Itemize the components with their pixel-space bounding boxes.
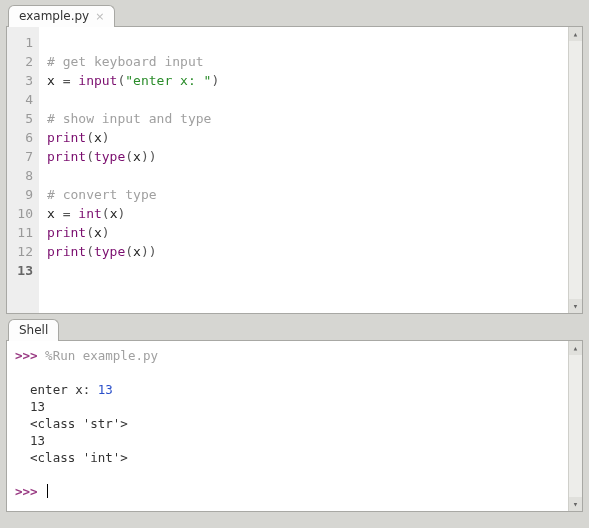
shell-prompt-line[interactable]: >>>	[15, 483, 574, 500]
code-line[interactable]: x = input("enter x: ")	[47, 71, 574, 90]
code-line[interactable]	[47, 261, 574, 280]
line-number: 7	[15, 147, 33, 166]
line-number-gutter: 12345678910111213	[7, 27, 39, 313]
shell-area[interactable]: >>> %Run example.py enter x: 13 13 <clas…	[7, 341, 582, 511]
line-number: 12	[15, 242, 33, 261]
run-command: %Run example.py	[45, 348, 158, 363]
prompt: >>>	[15, 484, 38, 499]
shell-line: >>> %Run example.py	[15, 347, 574, 364]
code-line[interactable]: print(type(x))	[47, 147, 574, 166]
editor-body[interactable]: 12345678910111213 # get keyboard inputx …	[7, 27, 582, 313]
editor-tabs: example.py ×	[8, 4, 583, 26]
code-line[interactable]: x = int(x)	[47, 204, 574, 223]
shell-blank	[15, 466, 574, 483]
shell-output-line: <class 'str'>	[15, 415, 574, 432]
line-number: 13	[15, 261, 33, 280]
line-number: 1	[15, 33, 33, 52]
editor-tab-label: example.py	[19, 9, 89, 23]
line-number: 10	[15, 204, 33, 223]
shell-scrollbar[interactable]: ▴ ▾	[568, 341, 582, 511]
line-number: 11	[15, 223, 33, 242]
line-number: 4	[15, 90, 33, 109]
shell-output-line: enter x: 13	[15, 381, 574, 398]
line-number: 2	[15, 52, 33, 71]
shell-pane: >>> %Run example.py enter x: 13 13 <clas…	[6, 340, 583, 512]
code-line[interactable]	[47, 90, 574, 109]
shell-output-line: 13	[15, 398, 574, 415]
code-line[interactable]: # convert type	[47, 185, 574, 204]
prompt: >>>	[15, 348, 38, 363]
shell-tabs: Shell	[8, 318, 583, 340]
shell-output-line: <class 'int'>	[15, 449, 574, 466]
scroll-up-icon[interactable]: ▴	[569, 27, 582, 41]
editor-panel: example.py × 12345678910111213 # get key…	[6, 4, 583, 314]
cursor	[47, 484, 48, 498]
editor-pane: 12345678910111213 # get keyboard inputx …	[6, 26, 583, 314]
code-line[interactable]	[47, 33, 574, 52]
editor-scrollbar[interactable]: ▴ ▾	[568, 27, 582, 313]
code-line[interactable]	[47, 166, 574, 185]
code-line[interactable]: # show input and type	[47, 109, 574, 128]
shell-panel: Shell >>> %Run example.py enter x: 13 13…	[6, 318, 583, 512]
shell-tab-label: Shell	[19, 323, 48, 337]
code-line[interactable]: # get keyboard input	[47, 52, 574, 71]
shell-blank	[15, 364, 574, 381]
line-number: 9	[15, 185, 33, 204]
code-line[interactable]: print(x)	[47, 223, 574, 242]
shell-tab[interactable]: Shell	[8, 319, 59, 341]
close-icon[interactable]: ×	[95, 11, 104, 22]
line-number: 5	[15, 109, 33, 128]
line-number: 3	[15, 71, 33, 90]
shell-output-line: 13	[15, 432, 574, 449]
code-line[interactable]: print(x)	[47, 128, 574, 147]
line-number: 6	[15, 128, 33, 147]
scroll-down-icon[interactable]: ▾	[569, 497, 582, 511]
scroll-up-icon[interactable]: ▴	[569, 341, 582, 355]
code-line[interactable]: print(type(x))	[47, 242, 574, 261]
scroll-down-icon[interactable]: ▾	[569, 299, 582, 313]
code-area[interactable]: # get keyboard inputx = input("enter x: …	[39, 27, 582, 313]
line-number: 8	[15, 166, 33, 185]
user-input: 13	[98, 382, 113, 397]
editor-tab-example[interactable]: example.py ×	[8, 5, 115, 27]
